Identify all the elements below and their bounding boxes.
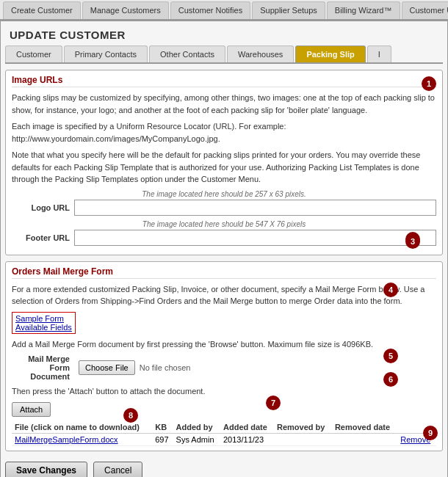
file-table: File (click on name to download) KB Adde…: [12, 421, 436, 446]
file-kb: 697: [152, 433, 173, 445]
footer-hint: The image located here should be 547 X 7…: [12, 220, 436, 228]
available-fields-link[interactable]: Available Fields: [15, 323, 72, 332]
file-col-header: File (click on name to download): [12, 421, 152, 434]
orders-para1: For a more extended customized Packing S…: [12, 283, 436, 307]
sub-tabs: Customer Primary Contacts Other Contacts…: [5, 45, 443, 64]
sample-form-box: Sample Form Available Fields: [12, 312, 76, 334]
page-title: Update Customer: [5, 26, 443, 45]
file-name-link[interactable]: MailMergeSampleForm.docx: [15, 435, 118, 444]
nav-tab-create-customer[interactable]: Create Customer: [3, 1, 81, 19]
logo-url-label: Logo URL: [12, 203, 74, 212]
attach-button[interactable]: Attach: [12, 402, 51, 417]
subtab-primary-contacts[interactable]: Primary Contacts: [64, 45, 148, 62]
table-row: MailMergeSampleForm.docx 697 Sys Admin 2…: [12, 433, 436, 445]
logo-url-row: Logo URL: [12, 200, 436, 216]
added-date-col-header: Added date: [220, 421, 274, 434]
subtab-i[interactable]: I: [367, 45, 391, 62]
subtab-packing-slip[interactable]: Packing Slip: [295, 45, 365, 62]
mail-merge-label: Mail Merge Form Document: [12, 354, 74, 381]
callout-9: 9: [423, 426, 438, 440]
removed-date-col-header: Removed date: [332, 421, 397, 434]
nav-tab-supplier-setups[interactable]: Supplier Setups: [252, 1, 325, 19]
kb-col-header: KB: [152, 421, 173, 434]
file-removed-date: [332, 433, 397, 445]
callout-3: 3: [405, 234, 420, 249]
save-changes-button[interactable]: Save Changes: [5, 462, 87, 478]
nav-tab-billing-wizard[interactable]: Billing Wizard™: [327, 1, 400, 19]
file-added-by: Sys Admin: [173, 433, 220, 445]
image-urls-para2: Each image is specified by a Uniform Res…: [12, 120, 436, 145]
callout-1: 1: [422, 76, 436, 91]
no-file-text: No file chosen: [140, 363, 191, 372]
page-wrapper: Update Customer Customer Primary Contact…: [0, 21, 448, 477]
removed-by-col-header: Removed by: [274, 421, 332, 434]
callout-8: 8: [123, 408, 138, 423]
sample-form-link[interactable]: Sample Form: [15, 314, 72, 323]
logo-url-input[interactable]: [74, 200, 436, 216]
upload-info: Add a Mail Merge Form document by first …: [12, 338, 436, 351]
orders-section-title: Orders Mail Merge Form: [12, 266, 436, 279]
callout-7: 7: [266, 396, 281, 410]
callout-6: 6: [383, 372, 398, 387]
file-chooser-row: Mail Merge Form Document Choose File No …: [12, 354, 436, 381]
image-urls-para3: Note that what you specify here will be …: [12, 149, 436, 186]
choose-file-button[interactable]: Choose File: [79, 360, 135, 375]
logo-hint: The image located here should be 257 x 6…: [12, 190, 436, 198]
file-added-date: 2013/11/23: [220, 433, 274, 445]
nav-tab-manage-customers[interactable]: Manage Customers: [82, 1, 169, 19]
file-removed-by: [274, 433, 332, 445]
image-urls-title: Image URLs: [12, 75, 436, 87]
nav-tab-customer-notifies[interactable]: Customer Notifies: [170, 1, 250, 19]
nav-tab-customer-users[interactable]: Customer Users: [402, 1, 449, 19]
top-navigation: Create Customer Manage Customers Custome…: [0, 0, 448, 21]
cancel-button[interactable]: Cancel: [93, 462, 142, 478]
subtab-customer[interactable]: Customer: [5, 45, 62, 62]
footer-url-input[interactable]: [74, 230, 436, 246]
subtab-warehouses[interactable]: Warehouses: [227, 45, 294, 62]
added-by-col-header: Added by: [173, 421, 220, 434]
footer-url-row: Footer URL: [12, 230, 436, 246]
orders-section: Orders Mail Merge Form For a more extend…: [5, 261, 443, 451]
attach-info: Then press the 'Attach' button to attach…: [12, 385, 436, 398]
image-urls-section: Image URLs Packing slips may be customiz…: [5, 70, 443, 255]
callout-5: 5: [383, 349, 398, 363]
bottom-buttons: Save Changes Cancel: [5, 457, 443, 478]
footer-url-label: Footer URL: [12, 233, 74, 242]
image-urls-para1: Packing slips may be customized by speci…: [12, 92, 436, 116]
callout-4: 4: [383, 283, 398, 297]
subtab-other-contacts[interactable]: Other Contacts: [149, 45, 225, 62]
